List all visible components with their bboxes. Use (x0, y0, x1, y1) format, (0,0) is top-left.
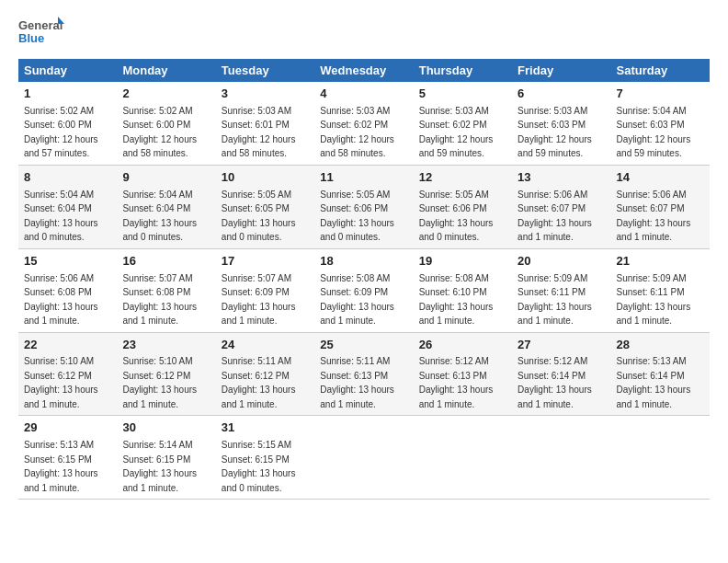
calendar-cell: 15Sunrise: 5:06 AM Sunset: 6:08 PM Dayli… (18, 248, 117, 332)
day-info: Sunrise: 5:05 AM Sunset: 6:05 PM Dayligh… (222, 190, 296, 243)
day-number: 22 (24, 337, 111, 354)
day-number: 25 (320, 337, 407, 354)
calendar-cell: 18Sunrise: 5:08 AM Sunset: 6:09 PM Dayli… (314, 248, 413, 332)
day-info: Sunrise: 5:03 AM Sunset: 6:03 PM Dayligh… (518, 106, 592, 159)
day-info: Sunrise: 5:03 AM Sunset: 6:02 PM Dayligh… (419, 106, 494, 159)
calendar-cell: 23Sunrise: 5:10 AM Sunset: 6:12 PM Dayli… (117, 332, 215, 416)
calendar-cell: 17Sunrise: 5:07 AM Sunset: 6:09 PM Dayli… (216, 248, 314, 332)
calendar-week-row: 1Sunrise: 5:02 AM Sunset: 6:00 PM Daylig… (18, 82, 710, 165)
day-info: Sunrise: 5:13 AM Sunset: 6:14 PM Dayligh… (617, 356, 691, 409)
day-info: Sunrise: 5:04 AM Sunset: 6:04 PM Dayligh… (122, 190, 197, 243)
logo-svg: General Blue (18, 15, 64, 50)
day-header-tuesday: Tuesday (216, 59, 314, 82)
calendar-table: SundayMondayTuesdayWednesdayThursdayFrid… (18, 59, 710, 500)
day-number: 13 (518, 169, 605, 187)
day-info: Sunrise: 5:12 AM Sunset: 6:14 PM Dayligh… (518, 356, 592, 409)
calendar-cell: 1Sunrise: 5:02 AM Sunset: 6:00 PM Daylig… (18, 82, 117, 165)
day-info: Sunrise: 5:15 AM Sunset: 6:15 PM Dayligh… (222, 440, 296, 493)
day-info: Sunrise: 5:04 AM Sunset: 6:03 PM Dayligh… (617, 106, 691, 159)
calendar-cell: 6Sunrise: 5:03 AM Sunset: 6:03 PM Daylig… (512, 82, 610, 165)
calendar-cell: 12Sunrise: 5:05 AM Sunset: 6:06 PM Dayli… (414, 165, 512, 248)
day-number: 24 (222, 337, 309, 354)
day-number: 10 (222, 169, 309, 187)
day-number: 18 (320, 253, 407, 270)
calendar-cell: 3Sunrise: 5:03 AM Sunset: 6:01 PM Daylig… (216, 82, 314, 165)
day-info: Sunrise: 5:14 AM Sunset: 6:15 PM Dayligh… (122, 440, 197, 493)
header: General Blue (18, 15, 710, 50)
day-info: Sunrise: 5:09 AM Sunset: 6:11 PM Dayligh… (617, 273, 691, 327)
day-number: 8 (24, 169, 111, 187)
calendar-cell: 9Sunrise: 5:04 AM Sunset: 6:04 PM Daylig… (117, 165, 215, 248)
day-info: Sunrise: 5:05 AM Sunset: 6:06 PM Dayligh… (320, 190, 394, 243)
day-header-sunday: Sunday (18, 59, 117, 82)
day-number: 2 (122, 86, 210, 103)
day-info: Sunrise: 5:06 AM Sunset: 6:07 PM Dayligh… (617, 190, 691, 243)
calendar-cell: 2Sunrise: 5:02 AM Sunset: 6:00 PM Daylig… (117, 82, 215, 165)
day-number: 14 (617, 169, 704, 187)
calendar-week-row: 29Sunrise: 5:13 AM Sunset: 6:15 PM Dayli… (18, 416, 710, 500)
calendar-cell: 25Sunrise: 5:11 AM Sunset: 6:13 PM Dayli… (314, 332, 413, 416)
day-number: 30 (122, 419, 210, 437)
day-number: 4 (320, 86, 407, 103)
calendar-cell: 5Sunrise: 5:03 AM Sunset: 6:02 PM Daylig… (414, 82, 512, 165)
calendar-cell: 24Sunrise: 5:11 AM Sunset: 6:12 PM Dayli… (216, 332, 314, 416)
calendar-cell: 20Sunrise: 5:09 AM Sunset: 6:11 PM Dayli… (512, 248, 610, 332)
svg-text:Blue: Blue (18, 31, 44, 45)
calendar-cell (512, 416, 610, 500)
day-number: 1 (24, 86, 111, 103)
day-number: 15 (24, 253, 111, 270)
day-header-monday: Monday (117, 59, 215, 82)
calendar-cell (314, 416, 413, 500)
day-number: 29 (24, 419, 111, 437)
calendar-cell: 26Sunrise: 5:12 AM Sunset: 6:13 PM Dayli… (414, 332, 512, 416)
day-info: Sunrise: 5:08 AM Sunset: 6:09 PM Dayligh… (320, 273, 394, 327)
calendar-cell: 11Sunrise: 5:05 AM Sunset: 6:06 PM Dayli… (314, 165, 413, 248)
calendar-cell: 21Sunrise: 5:09 AM Sunset: 6:11 PM Dayli… (611, 248, 710, 332)
calendar-cell: 31Sunrise: 5:15 AM Sunset: 6:15 PM Dayli… (216, 416, 314, 500)
day-number: 20 (518, 253, 605, 270)
day-number: 21 (617, 253, 704, 270)
calendar-cell: 8Sunrise: 5:04 AM Sunset: 6:04 PM Daylig… (18, 165, 117, 248)
day-header-saturday: Saturday (611, 59, 710, 82)
calendar-cell: 13Sunrise: 5:06 AM Sunset: 6:07 PM Dayli… (512, 165, 610, 248)
day-info: Sunrise: 5:06 AM Sunset: 6:07 PM Dayligh… (518, 190, 592, 243)
day-number: 11 (320, 169, 407, 187)
day-info: Sunrise: 5:12 AM Sunset: 6:13 PM Dayligh… (419, 356, 494, 409)
calendar-cell (414, 416, 512, 500)
calendar-cell: 7Sunrise: 5:04 AM Sunset: 6:03 PM Daylig… (611, 82, 710, 165)
day-info: Sunrise: 5:10 AM Sunset: 6:12 PM Dayligh… (24, 356, 98, 409)
day-info: Sunrise: 5:03 AM Sunset: 6:01 PM Dayligh… (222, 106, 296, 159)
calendar-week-row: 15Sunrise: 5:06 AM Sunset: 6:08 PM Dayli… (18, 248, 710, 332)
day-number: 19 (419, 253, 506, 270)
day-info: Sunrise: 5:04 AM Sunset: 6:04 PM Dayligh… (24, 190, 98, 243)
day-number: 17 (222, 253, 309, 270)
calendar-header-row: SundayMondayTuesdayWednesdayThursdayFrid… (18, 59, 710, 82)
day-info: Sunrise: 5:10 AM Sunset: 6:12 PM Dayligh… (122, 356, 197, 409)
day-number: 6 (518, 86, 605, 103)
day-info: Sunrise: 5:13 AM Sunset: 6:15 PM Dayligh… (24, 440, 98, 493)
day-info: Sunrise: 5:07 AM Sunset: 6:09 PM Dayligh… (222, 273, 296, 327)
day-number: 12 (419, 169, 506, 187)
calendar-cell: 22Sunrise: 5:10 AM Sunset: 6:12 PM Dayli… (18, 332, 117, 416)
day-number: 31 (222, 419, 309, 437)
day-number: 16 (122, 253, 210, 270)
day-number: 7 (617, 86, 704, 103)
day-info: Sunrise: 5:07 AM Sunset: 6:08 PM Dayligh… (122, 273, 197, 327)
calendar-week-row: 22Sunrise: 5:10 AM Sunset: 6:12 PM Dayli… (18, 332, 710, 416)
calendar-cell: 28Sunrise: 5:13 AM Sunset: 6:14 PM Dayli… (611, 332, 710, 416)
day-number: 23 (122, 337, 210, 354)
day-info: Sunrise: 5:08 AM Sunset: 6:10 PM Dayligh… (419, 273, 494, 327)
day-info: Sunrise: 5:05 AM Sunset: 6:06 PM Dayligh… (419, 190, 494, 243)
day-header-wednesday: Wednesday (314, 59, 413, 82)
calendar-cell: 29Sunrise: 5:13 AM Sunset: 6:15 PM Dayli… (18, 416, 117, 500)
day-number: 5 (419, 86, 506, 103)
day-info: Sunrise: 5:06 AM Sunset: 6:08 PM Dayligh… (24, 273, 98, 327)
page: General Blue SundayMondayTuesdayWednesda… (0, 0, 728, 509)
svg-text:General: General (18, 18, 63, 32)
day-info: Sunrise: 5:11 AM Sunset: 6:13 PM Dayligh… (320, 356, 394, 409)
day-info: Sunrise: 5:09 AM Sunset: 6:11 PM Dayligh… (518, 273, 592, 327)
calendar-week-row: 8Sunrise: 5:04 AM Sunset: 6:04 PM Daylig… (18, 165, 710, 248)
calendar-cell: 19Sunrise: 5:08 AM Sunset: 6:10 PM Dayli… (414, 248, 512, 332)
day-info: Sunrise: 5:02 AM Sunset: 6:00 PM Dayligh… (24, 106, 98, 159)
calendar-cell: 14Sunrise: 5:06 AM Sunset: 6:07 PM Dayli… (611, 165, 710, 248)
